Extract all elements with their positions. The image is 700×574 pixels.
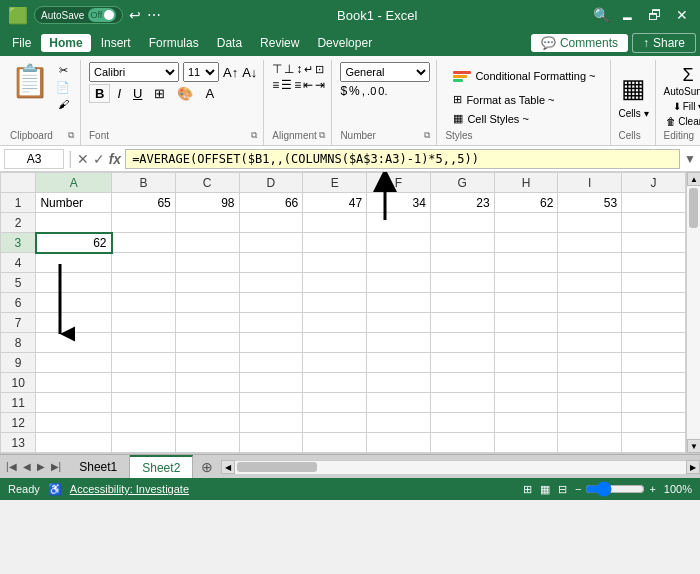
wrap-text-button[interactable]: ↵ [304,62,313,76]
col-header-F[interactable]: F [367,173,431,193]
zoom-range-input[interactable] [585,481,645,497]
decrease-decimal-button[interactable]: 0. [378,84,387,98]
scrollbar-thumb[interactable] [689,188,698,228]
fill-button[interactable]: ⬇Fill ▾ [673,101,700,112]
align-middle-button[interactable]: ⊥ [284,62,294,76]
col-header-E[interactable]: E [303,173,367,193]
format-as-table-button[interactable]: ⊞ Format as Table ~ [445,91,603,108]
clear-button[interactable]: 🗑Clear ▾ [666,116,700,127]
cell-F2[interactable] [367,213,431,233]
cell-B1[interactable]: 65 [112,193,176,213]
cell-A5[interactable] [36,273,112,293]
tab-nav-next-button[interactable]: ▶ [35,461,47,472]
fill-color-button[interactable]: 🎨 [172,85,198,102]
cell-C2[interactable] [175,213,239,233]
redo-icon[interactable]: ⋯ [147,7,161,23]
percent-button[interactable]: % [349,84,360,98]
cell-I1[interactable]: 53 [558,193,622,213]
view-layout-icon[interactable]: ▦ [540,483,550,496]
cell-D1[interactable]: 66 [239,193,303,213]
cell-D3[interactable] [239,233,303,253]
cell-A2[interactable] [36,213,112,233]
col-header-G[interactable]: G [430,173,494,193]
cell-F1[interactable]: 34 [367,193,431,213]
zoom-level[interactable]: 100% [664,483,692,495]
autosave-badge[interactable]: AutoSave Off [34,6,123,24]
col-header-J[interactable]: J [622,173,686,193]
grid-scroll-area[interactable]: A B C D E F G H I J 1 [0,172,686,453]
number-format-select[interactable]: General [340,62,430,82]
cell-H3[interactable] [494,233,558,253]
increase-font-button[interactable]: A↑ [223,65,238,80]
cell-G1[interactable]: 23 [430,193,494,213]
paste-icon[interactable]: 📋 [10,62,50,112]
comma-button[interactable]: , [362,84,365,98]
view-page-break-icon[interactable]: ⊟ [558,483,567,496]
maximize-button[interactable]: 🗗 [644,7,666,23]
font-size-select[interactable]: 11 [183,62,219,82]
cell-A7[interactable] [36,313,112,333]
align-center-button[interactable]: ☰ [281,78,292,92]
row-header-8[interactable]: 8 [1,333,36,353]
font-color-button[interactable]: A [200,85,219,102]
col-header-H[interactable]: H [494,173,558,193]
menu-insert[interactable]: Insert [93,34,139,52]
align-left-button[interactable]: ≡ [272,78,279,92]
tab-nav-first-button[interactable]: |◀ [4,461,19,472]
row-header-11[interactable]: 11 [1,393,36,413]
cell-F3[interactable] [367,233,431,253]
border-button[interactable]: ⊞ [149,85,170,102]
scrollbar-right-button[interactable]: ▶ [686,460,700,474]
cell-A4[interactable] [36,253,112,273]
cell-A9[interactable] [36,353,112,373]
vertical-scrollbar[interactable]: ▲ ▼ [686,172,700,453]
align-top-button[interactable]: ⊤ [272,62,282,76]
cell-J1[interactable] [622,193,686,213]
cell-G2[interactable] [430,213,494,233]
bold-button[interactable]: B [89,84,110,103]
font-family-select[interactable]: Calibri [89,62,179,82]
conditional-formatting-button[interactable]: Conditional Formatting ~ [445,62,603,89]
currency-button[interactable]: $ [340,84,347,98]
autosum-button[interactable]: ΣAutoSum ▾ [664,65,700,97]
zoom-decrease-icon[interactable]: − [575,483,581,495]
cancel-formula-icon[interactable]: ✕ [77,151,89,167]
merge-button[interactable]: ⊡ [315,62,324,76]
cell-C1[interactable]: 98 [175,193,239,213]
insert-function-icon[interactable]: fx [109,151,121,167]
autosave-toggle[interactable]: Off [88,8,116,22]
cell-E1[interactable]: 47 [303,193,367,213]
row-header-13[interactable]: 13 [1,433,36,453]
cell-reference-input[interactable] [4,149,64,169]
cell-I3[interactable] [558,233,622,253]
cell-J2[interactable] [622,213,686,233]
cell-A1[interactable]: Number [36,193,112,213]
col-header-A[interactable]: A [36,173,112,193]
menu-file[interactable]: File [4,34,39,52]
indent-decrease-button[interactable]: ⇤ [303,78,313,92]
row-header-10[interactable]: 10 [1,373,36,393]
number-expand-icon[interactable]: ⧉ [424,130,430,141]
format-painter-button[interactable]: 🖌 [52,96,74,112]
align-right-button[interactable]: ≡ [294,78,301,92]
row-header-9[interactable]: 9 [1,353,36,373]
scrollbar-down-button[interactable]: ▼ [687,439,700,453]
cell-H2[interactable] [494,213,558,233]
increase-decimal-button[interactable]: .0 [367,84,376,98]
view-normal-icon[interactable]: ⊞ [523,483,532,496]
confirm-formula-icon[interactable]: ✓ [93,151,105,167]
undo-icon[interactable]: ↩ [129,7,141,23]
row-header-4[interactable]: 4 [1,253,36,273]
row-header-5[interactable]: 5 [1,273,36,293]
row-header-3[interactable]: 3 [1,233,36,253]
row-header-2[interactable]: 2 [1,213,36,233]
col-header-B[interactable]: B [112,173,176,193]
font-expand-icon[interactable]: ⧉ [251,130,257,141]
underline-button[interactable]: U [128,85,147,102]
zoom-increase-icon[interactable]: + [649,483,655,495]
menu-developer[interactable]: Developer [309,34,380,52]
cell-styles-button[interactable]: ▦ Cell Styles ~ [445,110,603,127]
indent-increase-button[interactable]: ⇥ [315,78,325,92]
cell-A11[interactable] [36,393,112,413]
cell-C3[interactable] [175,233,239,253]
